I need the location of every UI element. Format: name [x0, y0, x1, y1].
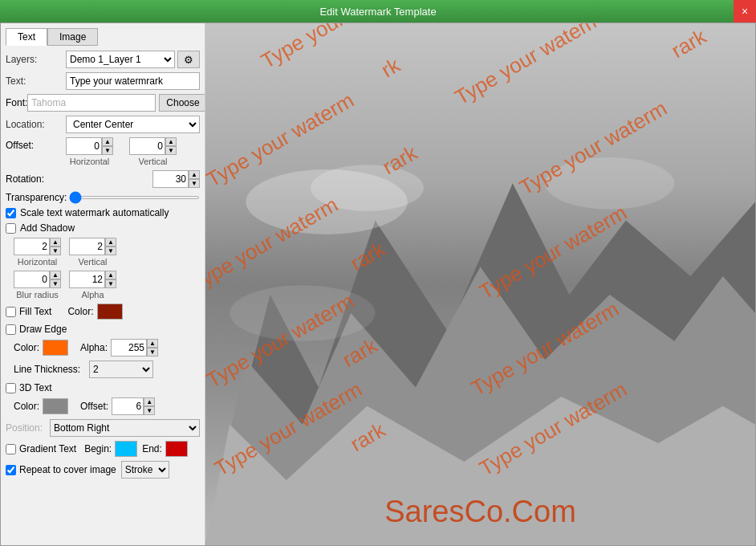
watermark-16: Type your waterm: [475, 377, 631, 481]
gradient-end-label: End:: [142, 443, 162, 454]
line-thickness-label: Line Thickness:: [14, 364, 86, 375]
watermark-6: rark: [378, 141, 421, 180]
close-button[interactable]: ×: [734, 0, 756, 22]
font-input[interactable]: [27, 94, 156, 112]
gear-button[interactable]: ⚙: [177, 51, 200, 68]
watermark-container: Type your wate rk Type your watem rark T…: [205, 23, 755, 545]
watermark-1: Type your wate: [257, 23, 392, 74]
watermark-3: Type your watem: [451, 23, 601, 110]
layers-label: Layers:: [6, 54, 66, 65]
offset-h-up[interactable]: ▲: [102, 137, 113, 146]
text-row: Text:: [6, 72, 200, 90]
text-input[interactable]: [66, 72, 200, 90]
tab-text[interactable]: Text: [6, 28, 47, 46]
stroke-select[interactable]: Stroke Fill: [121, 461, 169, 479]
window-title: Edit Watermark Template: [319, 6, 436, 18]
shadow-v-up[interactable]: ▲: [105, 238, 116, 247]
edge-alpha-input[interactable]: [111, 339, 147, 357]
watermark-8: Type your waterm: [205, 192, 343, 296]
offset-h-down[interactable]: ▼: [102, 146, 113, 155]
fill-color-swatch[interactable]: [97, 304, 123, 320]
offset-v-down[interactable]: ▼: [165, 146, 177, 155]
location-select[interactable]: Center Center Top Left Top Center Top Ri…: [66, 116, 200, 133]
watermark-9: rark: [346, 237, 389, 276]
text3d-offset-up[interactable]: ▲: [144, 397, 155, 406]
location-row: Location: Center Center Top Left Top Cen…: [6, 116, 200, 133]
shadow-checkbox[interactable]: [6, 223, 16, 234]
fill-text-label: Fill Text: [19, 306, 51, 317]
blur-input[interactable]: [14, 271, 50, 288]
text3d-offset-input[interactable]: [112, 397, 144, 415]
fill-color-label: Color:: [67, 306, 93, 317]
offset-horizontal-group: ▲ ▼ Horizontal: [66, 137, 113, 166]
text3d-offset-down[interactable]: ▼: [144, 406, 155, 415]
text3d-color-swatch[interactable]: [43, 398, 68, 414]
location-label: Location:: [6, 119, 66, 130]
font-label: Font:: [6, 97, 27, 108]
shadow-v-down[interactable]: ▼: [105, 247, 116, 255]
blur-col: ▲ ▼ Blur radius: [14, 271, 61, 299]
text3d-checkbox[interactable]: [6, 383, 16, 393]
shadow-v-col: ▲ ▼ Vertical: [69, 238, 116, 267]
rotation-row: Rotation: ▲ ▼: [6, 170, 200, 188]
position-label: Position:: [6, 422, 50, 434]
alpha-up[interactable]: ▲: [105, 271, 116, 279]
choose-button[interactable]: Choose: [159, 94, 205, 112]
bottom-watermark: SaresCo.Com: [205, 495, 755, 529]
rotation-up[interactable]: ▲: [189, 170, 200, 179]
offset-v-input[interactable]: [129, 137, 165, 155]
rotation-label: Rotation:: [6, 173, 66, 185]
rotation-input[interactable]: [152, 170, 189, 188]
blur-down[interactable]: ▼: [50, 279, 61, 288]
watermark-12: rark: [338, 333, 381, 373]
scale-checkbox[interactable]: [6, 208, 16, 218]
text3d-color-label: Color:: [14, 401, 39, 412]
shadow-h-down[interactable]: ▼: [50, 247, 61, 255]
text-label: Text:: [6, 75, 66, 87]
position-select[interactable]: Bottom Right Top Left Top Right Bottom L…: [50, 419, 200, 437]
rotation-down[interactable]: ▼: [189, 179, 200, 188]
shadow-h-up[interactable]: ▲: [50, 238, 61, 247]
blur-up[interactable]: ▲: [50, 271, 61, 279]
scale-checkbox-row: Scale text watermark automatically: [6, 207, 200, 218]
watermark-2: rk: [377, 53, 404, 84]
shadow-v-input[interactable]: [69, 238, 105, 255]
offset-v-label: Vertical: [138, 157, 167, 166]
layers-select[interactable]: Demo 1_Layer 1: [66, 51, 175, 68]
shadow-v-label: Vertical: [78, 257, 107, 267]
blur-label: Blur radius: [16, 290, 59, 299]
alpha-down[interactable]: ▼: [105, 279, 116, 288]
left-panel: Text Image Layers: Demo 1_Layer 1 ⚙ Text…: [1, 23, 205, 545]
edge-alpha-down[interactable]: ▼: [147, 348, 158, 357]
shadow-h-col: ▲ ▼ Horizontal: [14, 238, 61, 267]
watermark-13: Type your waterm: [467, 296, 623, 401]
alpha-input[interactable]: [69, 271, 105, 288]
offset-h-input[interactable]: [66, 137, 102, 155]
offset-h-label: Horizontal: [70, 157, 110, 166]
gradient-end-swatch[interactable]: [165, 441, 188, 457]
edge-alpha-up[interactable]: ▲: [147, 339, 158, 348]
fill-text-checkbox[interactable]: [6, 307, 16, 317]
draw-edge-label: Draw Edge: [19, 324, 67, 335]
tab-image[interactable]: Image: [47, 28, 98, 46]
watermark-11: Type your waterm: [205, 288, 359, 393]
shadow-h-label: Horizontal: [18, 257, 58, 267]
gradient-begin-swatch[interactable]: [115, 441, 137, 457]
offset-vertical-group: ▲ ▼ Vertical: [129, 137, 177, 166]
line-thickness-select[interactable]: 1 2 3 4 5: [89, 361, 153, 378]
watermark-14: Type your waterm: [210, 377, 366, 481]
repeat-checkbox[interactable]: [6, 465, 16, 475]
watermark-10: Type your waterm: [475, 200, 631, 304]
edge-color-label: Color:: [14, 342, 39, 353]
watermark-15: rark: [346, 418, 389, 457]
gradient-label: Gradient Text: [19, 443, 76, 454]
draw-edge-checkbox[interactable]: [6, 324, 16, 335]
transparency-slider[interactable]: [69, 196, 200, 199]
gradient-checkbox[interactable]: [6, 444, 16, 454]
shadow-h-input[interactable]: [14, 238, 50, 255]
edge-color-swatch[interactable]: [43, 340, 68, 356]
gradient-begin-label: Begin:: [84, 443, 112, 454]
scale-label: Scale text watermark automatically: [20, 207, 169, 218]
offset-v-up[interactable]: ▲: [165, 137, 177, 146]
watermark-4: rark: [667, 24, 710, 63]
